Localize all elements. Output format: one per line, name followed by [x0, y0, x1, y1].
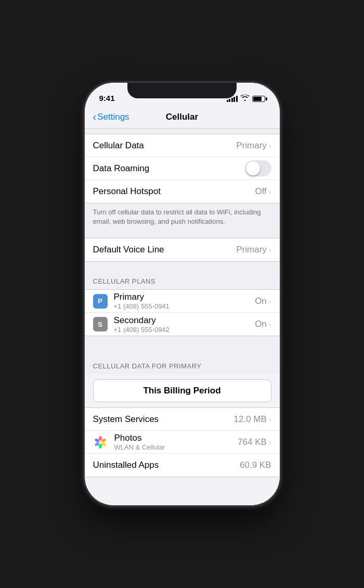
chevron-left-icon: ‹ [93, 111, 97, 122]
secondary-plan-name: Secondary [114, 315, 255, 326]
default-voice-line-row[interactable]: Default Voice Line Primary › [85, 238, 280, 261]
back-label: Settings [97, 112, 129, 122]
cellular-data-row[interactable]: Cellular Data Primary › [85, 134, 280, 157]
navigation-bar: ‹ Settings Cellular [85, 106, 280, 129]
data-roaming-row[interactable]: Data Roaming [85, 157, 280, 180]
primary-plan-number: +1 (408) 555-0941 [114, 302, 255, 310]
page-title: Cellular [166, 112, 198, 122]
chevron-right-icon: › [269, 246, 271, 254]
uninstalled-apps-row[interactable]: Uninstalled Apps 60.9 KB [85, 454, 280, 477]
photos-row[interactable]: Photos WLAN & Cellular 764 KB › [85, 431, 280, 454]
battery-fill [253, 97, 262, 101]
chevron-right-icon: › [269, 142, 271, 150]
primary-plan-icon: P [93, 294, 108, 309]
cellular-data-primary-header: CELLULAR DATA FOR PRIMARY [85, 352, 280, 374]
primary-plan-row[interactable]: P Primary +1 (408) 555-0941 On › [85, 290, 280, 313]
cellular-data-description: Turn off cellular data to restrict all d… [85, 203, 280, 233]
svg-point-6 [98, 440, 102, 444]
cellular-data-value: Primary › [236, 140, 271, 151]
screen: 9:41 [85, 83, 280, 505]
spacer-2 [85, 233, 280, 238]
status-time: 9:41 [99, 94, 115, 103]
personal-hotspot-label: Personal Hotspot [93, 186, 255, 197]
secondary-plan-number: +1 (408) 555-0942 [114, 326, 255, 334]
default-voice-line-label: Default Voice Line [93, 245, 237, 255]
secondary-plan-icon: S [93, 317, 108, 331]
uninstalled-apps-label: Uninstalled Apps [93, 460, 240, 470]
back-button[interactable]: ‹ Settings [93, 112, 129, 122]
data-roaming-label: Data Roaming [93, 163, 245, 174]
system-services-value: 12.0 MB › [234, 414, 271, 425]
system-services-row[interactable]: System Services 12.0 MB › [85, 408, 280, 431]
chevron-right-icon: › [269, 438, 271, 446]
cellular-data-label: Cellular Data [93, 140, 237, 151]
spacer-4 [85, 336, 280, 352]
chevron-right-icon: › [269, 297, 271, 305]
photos-label: Photos [114, 433, 238, 443]
toggle-knob [246, 161, 260, 175]
uninstalled-apps-value: 60.9 KB [240, 460, 271, 470]
notch [127, 83, 237, 98]
top-spacer [85, 129, 280, 134]
default-voice-line-value: Primary › [236, 245, 271, 255]
cellular-data-group: Cellular Data Primary › Data Roaming Per… [85, 134, 280, 203]
photos-app-icon [93, 434, 108, 450]
billing-period-button[interactable]: This Billing Period [93, 379, 271, 402]
phone-frame: 9:41 [85, 83, 280, 505]
secondary-plan-info: Secondary +1 (408) 555-0942 [114, 315, 255, 334]
personal-hotspot-value: Off › [255, 186, 271, 197]
voice-line-group: Default Voice Line Primary › [85, 238, 280, 262]
photos-value: 764 KB › [238, 437, 271, 448]
chevron-right-icon: › [269, 187, 271, 196]
settings-content: Cellular Data Primary › Data Roaming Per… [85, 129, 280, 505]
data-roaming-toggle[interactable] [245, 160, 271, 176]
chevron-right-icon: › [269, 320, 271, 328]
primary-plan-info: Primary +1 (408) 555-0941 [114, 292, 255, 310]
wifi-icon [241, 95, 249, 103]
photos-sublabel: WLAN & Cellular [114, 443, 238, 451]
secondary-plan-value: On › [255, 319, 271, 329]
primary-plan-name: Primary [114, 292, 255, 302]
battery-icon [252, 96, 265, 102]
data-usage-group: System Services 12.0 MB › [85, 407, 280, 477]
primary-plan-value: On › [255, 296, 271, 306]
system-services-label: System Services [93, 414, 234, 425]
personal-hotspot-row[interactable]: Personal Hotspot Off › [85, 180, 280, 203]
cellular-plans-header: CELLULAR PLANS [85, 267, 280, 289]
cellular-plans-group: P Primary +1 (408) 555-0941 On › S Secon… [85, 289, 280, 336]
photos-info: Photos WLAN & Cellular [114, 433, 238, 451]
secondary-plan-row[interactable]: S Secondary +1 (408) 555-0942 On › [85, 313, 280, 336]
chevron-right-icon: › [269, 415, 271, 424]
spacer-3 [85, 262, 280, 267]
